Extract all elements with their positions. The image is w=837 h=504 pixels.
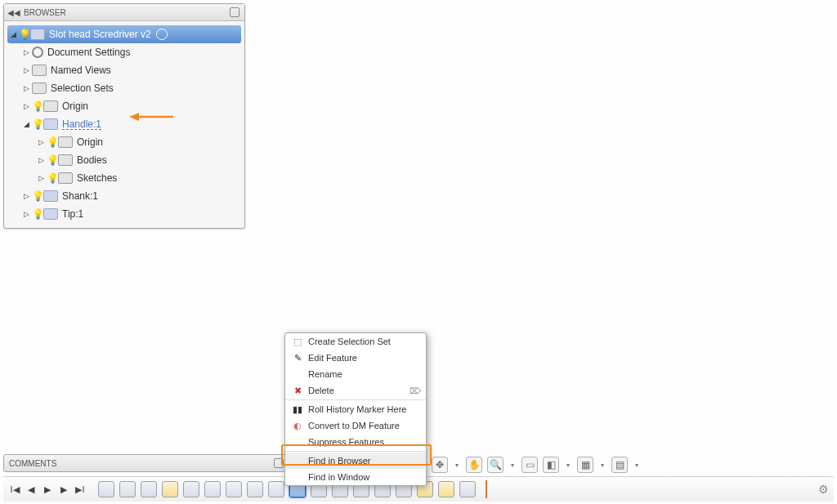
bulb-icon[interactable]: 💡 bbox=[32, 118, 43, 130]
caret-right-icon[interactable]: ▷ bbox=[20, 48, 32, 56]
tree-item-handle-origin[interactable]: ▷ 💡 Origin bbox=[7, 133, 241, 151]
menu-separator bbox=[285, 451, 426, 452]
activate-target-icon[interactable] bbox=[156, 29, 168, 40]
tree-item-named-views[interactable]: ▷ Named Views bbox=[7, 61, 241, 79]
component-icon bbox=[43, 118, 58, 130]
marker-icon: ▮▮ bbox=[290, 404, 305, 415]
viewports-icon[interactable]: ▤ bbox=[611, 457, 628, 473]
timeline-node[interactable] bbox=[459, 481, 476, 497]
browser-panel-header[interactable]: ◀◀ BROWSER bbox=[4, 4, 244, 21]
tree-item-doc-settings[interactable]: ▷ Document Settings bbox=[7, 43, 241, 61]
timeline-node[interactable] bbox=[183, 481, 199, 497]
svg-rect-5 bbox=[602, 11, 785, 126]
caret-right-icon[interactable]: ▷ bbox=[35, 138, 47, 146]
tree-label: Origin bbox=[77, 136, 103, 148]
grid-icon[interactable]: ▦ bbox=[577, 457, 593, 473]
tree-item-tip[interactable]: ▷ 💡 Tip:1 bbox=[7, 205, 241, 223]
folder-icon bbox=[58, 154, 73, 166]
ctx-roll-history[interactable]: ▮▮Roll History Marker Here bbox=[285, 401, 426, 417]
bulb-icon[interactable]: 💡 bbox=[47, 154, 58, 166]
timeline-next[interactable]: ▶ bbox=[57, 483, 70, 496]
timeline-node[interactable] bbox=[247, 481, 263, 497]
ctx-convert-dm[interactable]: ◐Convert to DM Feature bbox=[285, 417, 426, 434]
dropdown-icon[interactable]: ▾ bbox=[453, 457, 461, 472]
pin-icon[interactable] bbox=[274, 458, 284, 468]
bulb-icon[interactable]: 💡 bbox=[19, 29, 30, 40]
tree-label: Bodies bbox=[77, 154, 107, 166]
tree-item-handle-sketches[interactable]: ▷ 💡 Sketches bbox=[7, 169, 241, 187]
svg-marker-1 bbox=[211, 366, 266, 400]
pan-icon[interactable]: ✋ bbox=[466, 457, 482, 473]
ctx-find-in-browser[interactable]: Find in Browser bbox=[285, 453, 426, 469]
tree-label: Origin bbox=[62, 100, 88, 112]
svg-rect-7 bbox=[632, 65, 814, 180]
timeline-node[interactable] bbox=[268, 481, 284, 497]
pin-icon[interactable] bbox=[230, 7, 239, 17]
folder-icon bbox=[32, 65, 47, 76]
tree-label: Named Views bbox=[51, 65, 111, 76]
timeline-node[interactable] bbox=[438, 481, 454, 497]
svg-point-3 bbox=[514, 101, 660, 267]
fit-icon[interactable]: ▭ bbox=[521, 457, 538, 473]
bulb-icon[interactable]: 💡 bbox=[47, 172, 58, 184]
timeline-node[interactable] bbox=[226, 481, 242, 497]
tree-label: Selection Sets bbox=[51, 83, 114, 94]
timeline-node[interactable] bbox=[141, 481, 157, 497]
browser-panel: ◀◀ BROWSER ◢ 💡 Slot head Scredriver v2 ▷… bbox=[3, 3, 245, 229]
ctx-delete[interactable]: ✖Delete⌦ bbox=[285, 382, 426, 399]
timeline-play[interactable]: ▶ bbox=[41, 483, 54, 496]
ctx-edit-feature[interactable]: ✎Edit Feature bbox=[285, 350, 426, 366]
timeline-prev[interactable]: ◀ bbox=[25, 483, 38, 496]
bulb-off-icon[interactable]: 💡 bbox=[32, 100, 43, 112]
tree-root[interactable]: ◢ 💡 Slot head Scredriver v2 bbox=[7, 25, 241, 43]
caret-right-icon[interactable]: ▷ bbox=[20, 210, 32, 218]
tree-item-handle-bodies[interactable]: ▷ 💡 Bodies bbox=[7, 151, 241, 169]
tree-label: Tip:1 bbox=[62, 208, 83, 220]
dropdown-icon[interactable]: ▾ bbox=[564, 457, 572, 472]
tree-label: Handle:1 bbox=[62, 118, 101, 130]
collapse-icon[interactable]: ◀◀ bbox=[7, 8, 20, 17]
delete-icon: ✖ bbox=[290, 385, 305, 396]
timeline-end[interactable]: ▶I bbox=[74, 483, 87, 496]
display-mode-icon[interactable]: ◧ bbox=[543, 457, 559, 473]
caret-right-icon[interactable]: ▷ bbox=[20, 66, 32, 74]
tree-root-label: Slot head Scredriver v2 bbox=[49, 29, 151, 40]
bulb-icon[interactable]: 💡 bbox=[32, 208, 43, 220]
timeline-node[interactable] bbox=[98, 481, 114, 497]
ctx-rename[interactable]: Rename bbox=[285, 366, 426, 382]
caret-right-icon[interactable]: ▷ bbox=[35, 156, 47, 164]
component-icon bbox=[43, 190, 58, 202]
zoom-icon[interactable]: 🔍 bbox=[487, 457, 504, 473]
dropdown-icon[interactable]: ▾ bbox=[508, 457, 517, 472]
timeline-node[interactable] bbox=[162, 481, 178, 497]
ctx-create-selection-set[interactable]: ⬚Create Selection Set bbox=[285, 333, 426, 350]
caret-right-icon[interactable]: ▷ bbox=[35, 174, 47, 182]
timeline-node[interactable] bbox=[119, 481, 136, 497]
caret-down-icon[interactable]: ◢ bbox=[7, 30, 19, 38]
svg-rect-6 bbox=[617, 38, 799, 153]
timeline-start[interactable]: I◀ bbox=[8, 483, 21, 496]
dropdown-icon[interactable]: ▾ bbox=[598, 457, 606, 472]
tree-label: Sketches bbox=[77, 172, 117, 184]
caret-right-icon[interactable]: ▷ bbox=[20, 102, 32, 110]
tree-item-selection-sets[interactable]: ▷ Selection Sets bbox=[7, 79, 241, 97]
timeline-settings-icon[interactable]: ⚙ bbox=[818, 483, 829, 496]
menu-separator bbox=[285, 399, 426, 400]
orbit-icon[interactable]: ✥ bbox=[432, 457, 448, 473]
bulb-icon[interactable]: 💡 bbox=[32, 190, 43, 202]
timeline-node[interactable] bbox=[204, 481, 221, 497]
timeline-marker[interactable] bbox=[486, 480, 487, 498]
ctx-suppress[interactable]: Suppress Features bbox=[285, 434, 426, 450]
comments-panel-header[interactable]: COMMENTS bbox=[3, 454, 289, 472]
tree-item-handle[interactable]: ◢ 💡 Handle:1 bbox=[7, 115, 241, 133]
tree-item-origin[interactable]: ▷ 💡 Origin bbox=[7, 97, 241, 115]
dropdown-icon[interactable]: ▾ bbox=[633, 457, 641, 472]
caret-down-icon[interactable]: ◢ bbox=[20, 120, 32, 128]
panel-title: COMMENTS bbox=[9, 459, 56, 468]
caret-right-icon[interactable]: ▷ bbox=[20, 192, 32, 200]
bulb-off-icon[interactable]: 💡 bbox=[47, 136, 58, 148]
tree-item-shank[interactable]: ▷ 💡 Shank:1 bbox=[7, 187, 241, 205]
folder-icon bbox=[58, 136, 73, 148]
ctx-find-in-window[interactable]: Find in Window bbox=[285, 469, 426, 485]
caret-right-icon[interactable]: ▷ bbox=[20, 84, 32, 92]
